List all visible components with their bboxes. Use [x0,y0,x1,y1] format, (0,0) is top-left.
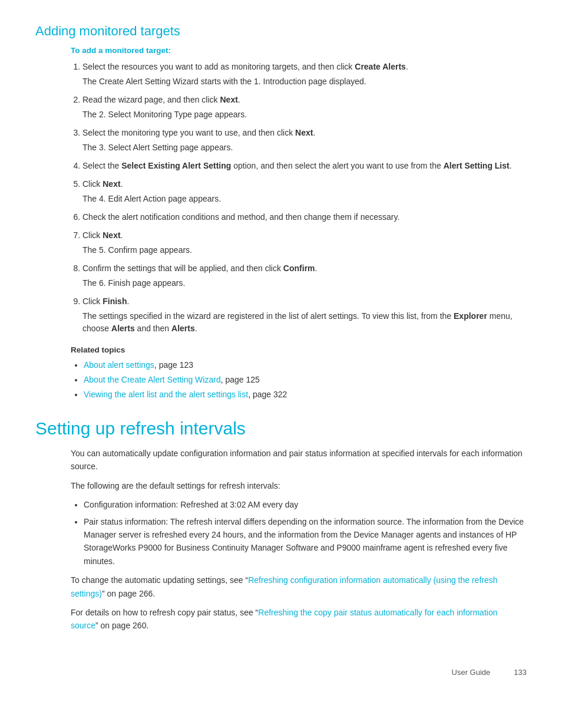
related-topic-1: About alert settings, page 123 [84,359,527,371]
step-9-alerts2: Alerts [171,324,195,333]
section2-link2-post: ” on page 260. [95,621,148,630]
related-topic-3: Viewing the alert list and the alert set… [84,388,527,401]
related-topic-3-link[interactable]: Viewing the alert list and the alert set… [84,390,248,399]
section2-default-text: The following are the default settings f… [71,479,527,492]
bullet-1-text: Configuration information: Refreshed at … [84,500,298,509]
step-9-sub: The settings specified in the wizard are… [71,310,527,335]
step-3: Select the monitoring type you want to u… [82,127,527,154]
step-5-bold: Next [103,179,120,189]
related-topic-2-page: , page 125 [221,375,260,384]
step-3-bold: Next [295,128,313,137]
step-4-bold2: Alert Setting List [444,161,510,170]
page-footer: User Guide 133 [35,668,527,677]
step-9: Click Finish. The settings specified in … [82,295,527,335]
section2-link1-pre: To change the automatic updating setting… [71,575,248,585]
step-8-sub: The 6. Finish page appears. [71,277,527,289]
related-topic-1-page: , page 123 [154,360,193,370]
related-topics-title: Related topics [71,345,527,354]
step-7-text: Click Next. [82,230,123,240]
subsection-label: To add a monitored target: [71,46,527,55]
related-topic-2: About the Create Alert Setting Wizard, p… [84,374,527,386]
step-2-sub: The 2. Select Monitoring Type page appea… [71,108,527,121]
section2-link1-post: ” on page 266. [102,589,155,598]
step-6: Check the alert notification conditions … [82,211,527,223]
bullet-2-text: Pair status information: The refresh int… [84,517,524,566]
step-3-text: Select the monitoring type you want to u… [82,128,315,137]
footer-label: User Guide [452,668,491,677]
section2-title: Setting up refresh intervals [35,419,527,439]
step-1: Select the resources you want to add as … [82,61,527,88]
related-topic-1-link[interactable]: About alert settings [84,360,154,370]
step-4: Select the Select Existing Alert Setting… [82,160,527,172]
bullet-2: Pair status information: The refresh int… [84,515,527,568]
section2-link2-para: For details on how to refresh copy pair … [71,606,527,633]
related-topics-list: About alert settings, page 123 About the… [71,359,527,401]
step-5: Click Next. The 4. Edit Alert Action pag… [82,178,527,205]
step-7: Click Next. The 5. Confirm page appears. [82,229,527,256]
page-content: Adding monitored targets To add a monito… [35,24,527,677]
step-5-sub: The 4. Edit Alert Action page appears. [71,193,527,205]
step-8: Confirm the settings that will be applie… [82,262,527,289]
related-topics: Related topics About alert settings, pag… [71,345,527,401]
footer-page: 133 [514,668,527,677]
bullet-1: Configuration information: Refreshed at … [84,498,527,511]
steps-list: Select the resources you want to add as … [71,61,527,335]
step-9-explorer: Explorer [454,311,487,321]
step-4-text: Select the Select Existing Alert Setting… [82,161,512,170]
section2-link2-pre: For details on how to refresh copy pair … [71,608,258,617]
step-8-bold: Confirm [283,263,315,273]
step-9-text: Click Finish. [82,297,129,306]
step-7-sub: The 5. Confirm page appears. [71,244,527,256]
step-1-bold: Create Alerts [355,62,406,71]
section2-bullets: Configuration information: Refreshed at … [71,498,527,568]
step-9-alerts1: Alerts [111,324,135,333]
related-topic-3-page: , page 322 [248,390,287,399]
step-1-sub: The Create Alert Setting Wizard starts w… [71,75,527,88]
related-topic-2-link[interactable]: About the Create Alert Setting Wizard [84,375,221,384]
section2-link1-para: To change the automatic updating setting… [71,574,527,600]
step-5-text: Click Next. [82,179,123,189]
step-2-text: Read the wizard page, and then click Nex… [82,95,240,104]
step-4-bold1: Select Existing Alert Setting [121,161,231,170]
footer-inner: User Guide 133 [452,668,527,677]
step-9-bold: Finish [103,297,127,306]
step-8-text: Confirm the settings that will be applie… [82,263,317,273]
step-3-sub: The 3. Select Alert Setting page appears… [71,141,527,154]
step-6-text: Check the alert notification conditions … [82,212,399,222]
step-2-bold: Next [220,95,237,104]
section2-intro: You can automatically update configurati… [71,447,527,473]
step-7-bold: Next [103,230,120,240]
step-2: Read the wizard page, and then click Nex… [82,94,527,121]
section1-title: Adding monitored targets [35,24,527,39]
step-1-text: Select the resources you want to add as … [82,62,408,71]
